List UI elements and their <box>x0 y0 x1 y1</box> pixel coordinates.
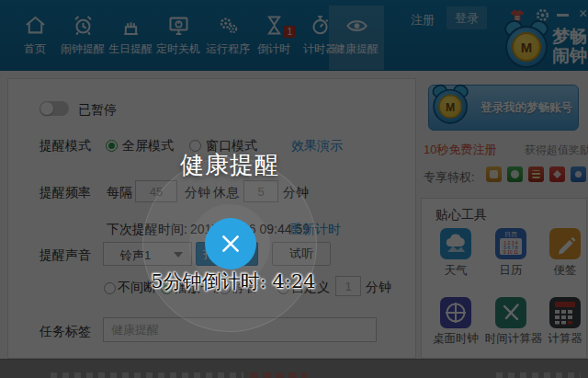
app-window: 注册 登录 × 首页 闹钟提醒 生日提醒 定时关机 运行程序 1 倒计时 <box>0 0 588 378</box>
close-x-icon <box>219 232 243 256</box>
overlay-close-button[interactable] <box>205 218 256 269</box>
overlay-countdown: 5分钟倒计时: 4:24 <box>129 269 338 294</box>
overlay-title: 健康提醒 <box>136 149 323 181</box>
